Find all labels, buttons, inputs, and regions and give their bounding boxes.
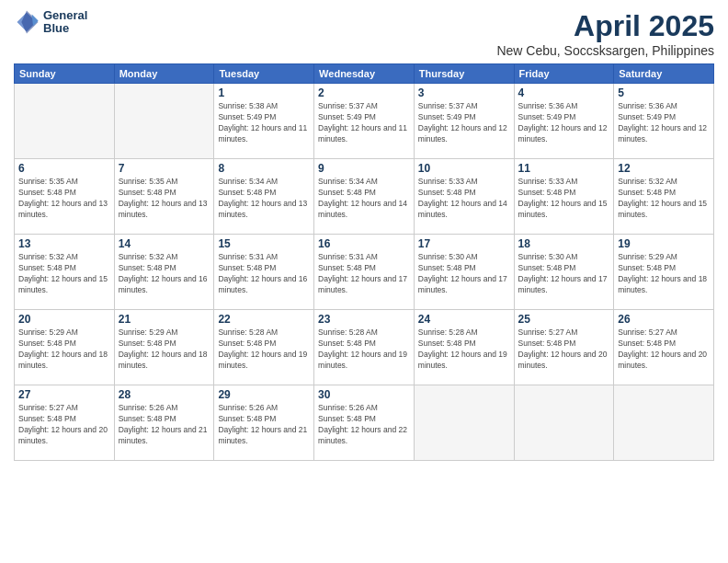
table-row: 20Sunrise: 5:29 AMSunset: 5:48 PMDayligh… — [15, 310, 115, 385]
logo-text: General Blue — [43, 9, 87, 36]
table-row: 26Sunrise: 5:27 AMSunset: 5:48 PMDayligh… — [614, 310, 714, 385]
table-row — [114, 84, 214, 159]
calendar-week-row: 1Sunrise: 5:38 AMSunset: 5:49 PMDaylight… — [15, 84, 714, 159]
table-row — [414, 385, 514, 461]
table-row: 25Sunrise: 5:27 AMSunset: 5:48 PMDayligh… — [514, 310, 614, 385]
table-row: 10Sunrise: 5:33 AMSunset: 5:48 PMDayligh… — [414, 159, 514, 235]
table-row: 21Sunrise: 5:29 AMSunset: 5:48 PMDayligh… — [114, 310, 214, 385]
table-row: 7Sunrise: 5:35 AMSunset: 5:48 PMDaylight… — [114, 159, 214, 235]
day-detail: Sunrise: 5:27 AMSunset: 5:48 PMDaylight:… — [618, 327, 710, 372]
day-number: 20 — [18, 313, 110, 326]
day-detail: Sunrise: 5:37 AMSunset: 5:49 PMDaylight:… — [318, 101, 410, 145]
table-row: 16Sunrise: 5:31 AMSunset: 5:48 PMDayligh… — [314, 235, 415, 310]
day-number: 23 — [318, 313, 410, 326]
day-detail: Sunrise: 5:34 AMSunset: 5:48 PMDaylight:… — [218, 177, 310, 221]
day-number: 12 — [618, 162, 710, 175]
day-detail: Sunrise: 5:29 AMSunset: 5:48 PMDaylight:… — [119, 327, 210, 372]
table-row: 23Sunrise: 5:28 AMSunset: 5:48 PMDayligh… — [314, 310, 415, 385]
calendar-table: Sunday Monday Tuesday Wednesday Thursday… — [14, 63, 714, 461]
day-detail: Sunrise: 5:35 AMSunset: 5:48 PMDaylight:… — [18, 177, 110, 221]
day-detail: Sunrise: 5:26 AMSunset: 5:48 PMDaylight:… — [218, 403, 310, 447]
day-number: 3 — [418, 86, 510, 99]
day-detail: Sunrise: 5:29 AMSunset: 5:48 PMDaylight:… — [618, 252, 710, 296]
calendar-week-row: 20Sunrise: 5:29 AMSunset: 5:48 PMDayligh… — [15, 310, 714, 385]
header-monday: Monday — [114, 64, 214, 84]
table-row: 4Sunrise: 5:36 AMSunset: 5:49 PMDaylight… — [514, 84, 614, 159]
day-number: 27 — [18, 388, 110, 401]
header-thursday: Thursday — [414, 64, 514, 84]
header-sunday: Sunday — [15, 64, 115, 84]
table-row — [15, 84, 115, 159]
table-row: 1Sunrise: 5:38 AMSunset: 5:49 PMDaylight… — [214, 84, 314, 159]
table-row: 17Sunrise: 5:30 AMSunset: 5:48 PMDayligh… — [414, 235, 514, 310]
table-row: 6Sunrise: 5:35 AMSunset: 5:48 PMDaylight… — [15, 159, 115, 235]
day-detail: Sunrise: 5:36 AMSunset: 5:49 PMDaylight:… — [618, 101, 710, 145]
day-detail: Sunrise: 5:32 AMSunset: 5:48 PMDaylight:… — [618, 177, 710, 221]
calendar-week-row: 6Sunrise: 5:35 AMSunset: 5:48 PMDaylight… — [15, 159, 714, 235]
table-row: 2Sunrise: 5:37 AMSunset: 5:49 PMDaylight… — [314, 84, 415, 159]
page: General Blue April 2025 New Cebu, Soccsk… — [0, 0, 728, 563]
day-number: 16 — [318, 237, 410, 250]
table-row: 19Sunrise: 5:29 AMSunset: 5:48 PMDayligh… — [614, 235, 714, 310]
table-row: 30Sunrise: 5:26 AMSunset: 5:48 PMDayligh… — [314, 385, 415, 461]
day-number: 5 — [618, 86, 710, 99]
day-detail: Sunrise: 5:35 AMSunset: 5:48 PMDaylight:… — [119, 177, 210, 221]
table-row: 15Sunrise: 5:31 AMSunset: 5:48 PMDayligh… — [214, 235, 314, 310]
day-detail: Sunrise: 5:33 AMSunset: 5:48 PMDaylight:… — [418, 177, 510, 221]
day-number: 25 — [518, 313, 610, 326]
month-title: April 2025 — [496, 9, 714, 43]
header-wednesday: Wednesday — [314, 64, 415, 84]
calendar-header-row: Sunday Monday Tuesday Wednesday Thursday… — [15, 64, 714, 84]
day-detail: Sunrise: 5:32 AMSunset: 5:48 PMDaylight:… — [18, 252, 110, 296]
table-row: 13Sunrise: 5:32 AMSunset: 5:48 PMDayligh… — [15, 235, 115, 310]
day-number: 15 — [218, 237, 310, 250]
day-detail: Sunrise: 5:27 AMSunset: 5:48 PMDaylight:… — [518, 327, 610, 372]
table-row — [514, 385, 614, 461]
header-tuesday: Tuesday — [214, 64, 314, 84]
day-detail: Sunrise: 5:34 AMSunset: 5:48 PMDaylight:… — [318, 177, 410, 221]
day-detail: Sunrise: 5:36 AMSunset: 5:49 PMDaylight:… — [518, 101, 610, 145]
day-detail: Sunrise: 5:28 AMSunset: 5:48 PMDaylight:… — [218, 327, 310, 372]
day-detail: Sunrise: 5:32 AMSunset: 5:48 PMDaylight:… — [119, 252, 210, 296]
day-number: 24 — [418, 313, 510, 326]
header-saturday: Saturday — [614, 64, 714, 84]
logo-icon — [14, 9, 40, 35]
day-detail: Sunrise: 5:31 AMSunset: 5:48 PMDaylight:… — [318, 252, 410, 296]
day-number: 29 — [218, 388, 310, 401]
day-detail: Sunrise: 5:31 AMSunset: 5:48 PMDaylight:… — [218, 252, 310, 296]
day-number: 17 — [418, 237, 510, 250]
logo-line1: General — [43, 9, 87, 22]
day-detail: Sunrise: 5:26 AMSunset: 5:48 PMDaylight:… — [318, 403, 410, 447]
day-number: 2 — [318, 86, 410, 99]
logo-line2: Blue — [43, 22, 87, 35]
day-detail: Sunrise: 5:26 AMSunset: 5:48 PMDaylight:… — [119, 403, 210, 447]
table-row: 24Sunrise: 5:28 AMSunset: 5:48 PMDayligh… — [414, 310, 514, 385]
header-friday: Friday — [514, 64, 614, 84]
day-number: 8 — [218, 162, 310, 175]
title-section: April 2025 New Cebu, Soccsksargen, Phili… — [496, 9, 714, 58]
day-number: 10 — [418, 162, 510, 175]
logo: General Blue — [14, 9, 87, 36]
table-row: 3Sunrise: 5:37 AMSunset: 5:49 PMDaylight… — [414, 84, 514, 159]
table-row: 28Sunrise: 5:26 AMSunset: 5:48 PMDayligh… — [114, 385, 214, 461]
day-number: 13 — [18, 237, 110, 250]
day-detail: Sunrise: 5:33 AMSunset: 5:48 PMDaylight:… — [518, 177, 610, 221]
table-row: 18Sunrise: 5:30 AMSunset: 5:48 PMDayligh… — [514, 235, 614, 310]
day-number: 18 — [518, 237, 610, 250]
day-number: 1 — [218, 86, 310, 99]
day-detail: Sunrise: 5:38 AMSunset: 5:49 PMDaylight:… — [218, 101, 310, 145]
day-detail: Sunrise: 5:28 AMSunset: 5:48 PMDaylight:… — [418, 327, 510, 372]
day-number: 22 — [218, 313, 310, 326]
day-number: 19 — [618, 237, 710, 250]
day-detail: Sunrise: 5:29 AMSunset: 5:48 PMDaylight:… — [18, 327, 110, 372]
table-row: 11Sunrise: 5:33 AMSunset: 5:48 PMDayligh… — [514, 159, 614, 235]
calendar-week-row: 13Sunrise: 5:32 AMSunset: 5:48 PMDayligh… — [15, 235, 714, 310]
table-row: 22Sunrise: 5:28 AMSunset: 5:48 PMDayligh… — [214, 310, 314, 385]
day-number: 26 — [618, 313, 710, 326]
day-detail: Sunrise: 5:37 AMSunset: 5:49 PMDaylight:… — [418, 101, 510, 145]
day-number: 9 — [318, 162, 410, 175]
subtitle: New Cebu, Soccsksargen, Philippines — [496, 43, 714, 58]
day-number: 30 — [318, 388, 410, 401]
day-number: 21 — [119, 313, 210, 326]
table-row: 5Sunrise: 5:36 AMSunset: 5:49 PMDaylight… — [614, 84, 714, 159]
